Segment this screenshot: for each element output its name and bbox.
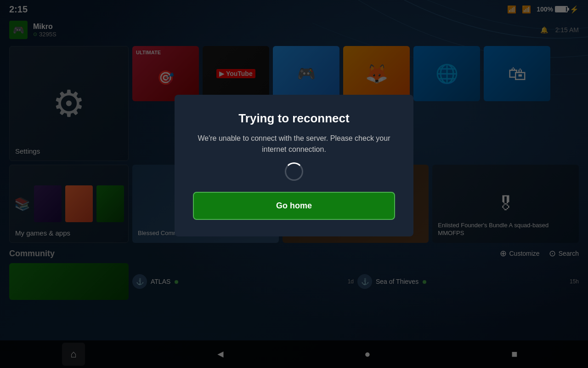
modal-message: We're unable to connect with the server.… [193,133,395,155]
go-home-button[interactable]: Go home [193,192,395,220]
modal-title: Trying to reconnect [238,111,349,126]
reconnect-dialog: Trying to reconnect We're unable to conn… [175,95,413,236]
modal-overlay: Trying to reconnect We're unable to conn… [0,0,588,368]
loading-spinner [285,162,303,181]
